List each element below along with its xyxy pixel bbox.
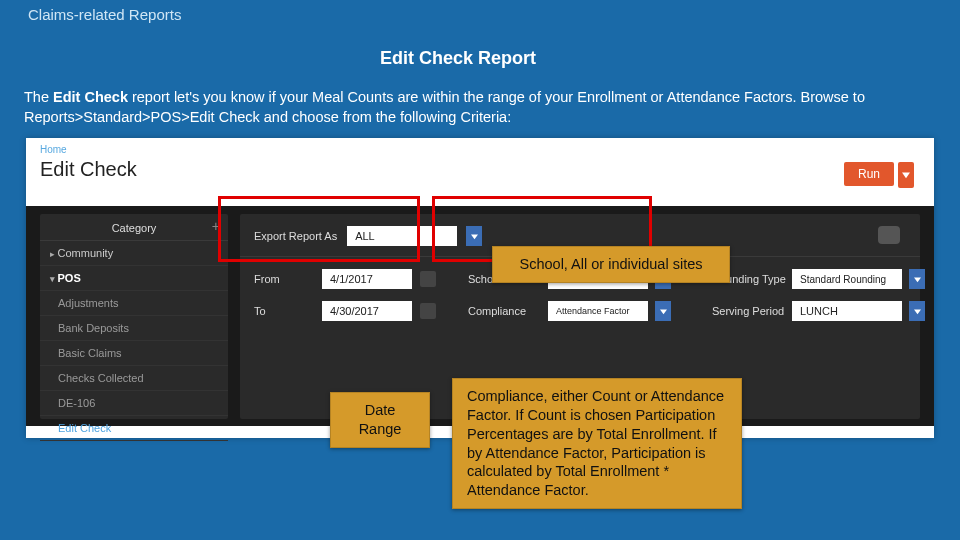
serving-select[interactable]: LUNCH — [792, 301, 902, 321]
chevron-down-icon[interactable] — [909, 269, 925, 289]
category-sidebar: Category + Community POS Adjustments Ban… — [40, 214, 228, 419]
to-field: To 4/30/2017 — [254, 301, 454, 321]
compliance-label: Compliance — [468, 305, 540, 317]
compliance-field: Compliance Attendance Factor — [468, 301, 698, 321]
compliance-select[interactable]: Attendance Factor — [548, 301, 648, 321]
sidebar-item-edit-check[interactable]: Edit Check — [40, 416, 228, 441]
plus-icon[interactable]: + — [212, 218, 220, 234]
sidebar-item-bank-deposits[interactable]: Bank Deposits — [40, 316, 228, 341]
sidebar-item-de106[interactable]: DE-106 — [40, 391, 228, 416]
sidebar-item-basic-claims[interactable]: Basic Claims — [40, 341, 228, 366]
intro-pre: The — [24, 89, 53, 105]
cloud-icon[interactable] — [878, 226, 900, 244]
calendar-icon[interactable] — [420, 271, 436, 287]
run-dropdown-caret[interactable] — [898, 162, 914, 188]
run-button[interactable]: Run — [844, 162, 894, 186]
rounding-select[interactable]: Standard Rounding — [792, 269, 902, 289]
page-title: Edit Check — [40, 158, 137, 181]
sidebar-item-pos[interactable]: POS — [40, 266, 228, 291]
chevron-down-icon[interactable] — [466, 226, 482, 246]
callout-date-range: Date Range — [330, 392, 430, 448]
calendar-icon[interactable] — [420, 303, 436, 319]
page-heading: Edit Check Report — [380, 48, 536, 69]
sidebar-heading-label: Category — [112, 222, 157, 234]
intro-rest: report let's you know if your Meal Count… — [24, 89, 865, 125]
to-label: To — [254, 305, 314, 317]
rounding-field: Rounding Type Standard Rounding — [712, 269, 942, 289]
export-select[interactable]: ALL — [347, 226, 457, 246]
from-input[interactable]: 4/1/2017 — [322, 269, 412, 289]
sidebar-item-community[interactable]: Community — [40, 241, 228, 266]
from-label: From — [254, 273, 314, 285]
export-label: Export Report As — [254, 230, 337, 242]
sidebar-item-checks-collected[interactable]: Checks Collected — [40, 366, 228, 391]
intro-paragraph: The Edit Check report let's you know if … — [24, 88, 934, 127]
to-input[interactable]: 4/30/2017 — [322, 301, 412, 321]
serving-label: Serving Period — [712, 305, 784, 317]
serving-field: Serving Period LUNCH — [712, 301, 942, 321]
callout-school: School, All or individual sites — [492, 246, 730, 283]
chevron-down-icon[interactable] — [655, 301, 671, 321]
sidebar-item-adjustments[interactable]: Adjustments — [40, 291, 228, 316]
section-heading: Claims-related Reports — [28, 6, 181, 23]
sidebar-heading: Category + — [40, 214, 228, 241]
from-field: From 4/1/2017 — [254, 269, 454, 289]
callout-compliance: Compliance, either Count or Attendance F… — [452, 378, 742, 509]
breadcrumb[interactable]: Home — [40, 144, 67, 155]
chevron-down-icon[interactable] — [909, 301, 925, 321]
intro-bold: Edit Check — [53, 89, 128, 105]
